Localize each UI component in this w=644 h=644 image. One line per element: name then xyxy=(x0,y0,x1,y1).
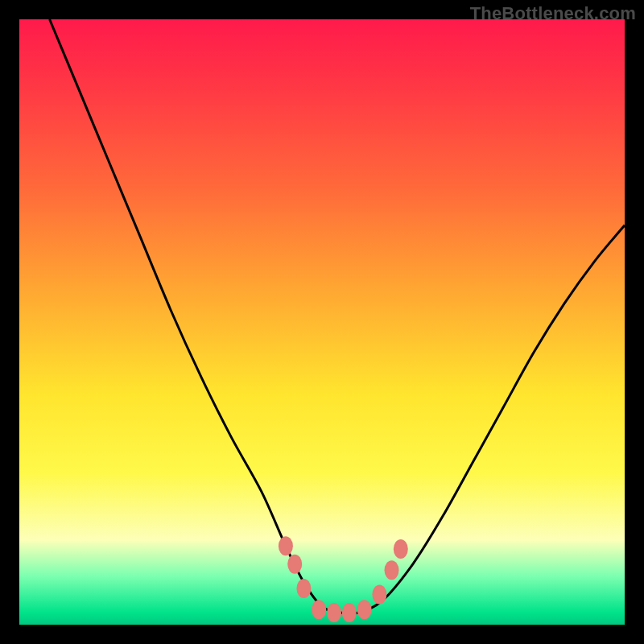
curve-marker xyxy=(372,584,386,604)
curve-marker xyxy=(287,555,302,574)
curve-marker xyxy=(279,536,293,555)
bottleneck-curve xyxy=(50,19,625,613)
curve-marker xyxy=(357,600,372,619)
chart-plot-area xyxy=(19,19,625,625)
curve-marker xyxy=(327,603,341,622)
curve-marker xyxy=(385,560,399,580)
chart-frame: TheBottleneck.com xyxy=(0,0,644,644)
curve-markers xyxy=(279,536,408,622)
curve-marker xyxy=(312,600,326,619)
curve-marker xyxy=(342,603,357,622)
curve-marker xyxy=(296,579,311,598)
curve-marker xyxy=(394,539,408,559)
chart-svg xyxy=(19,19,625,625)
watermark-text: TheBottleneck.com xyxy=(470,3,636,24)
